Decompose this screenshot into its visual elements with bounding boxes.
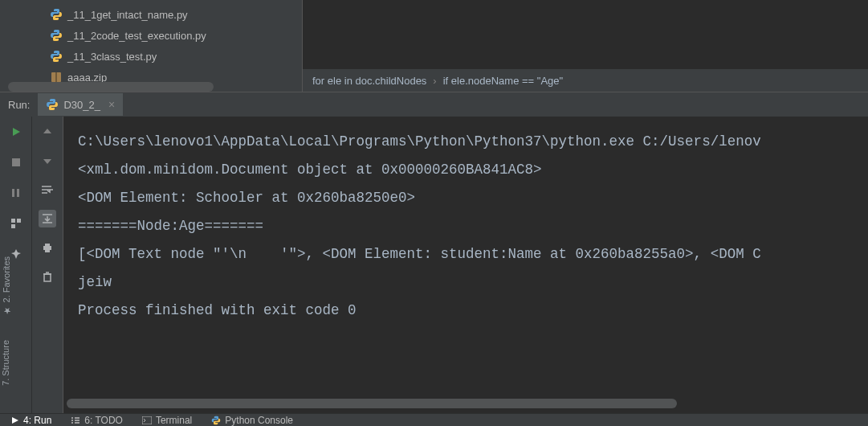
bottom-python-console-tab[interactable]: Python Console [211, 415, 293, 426]
pause-button[interactable] [7, 184, 25, 202]
console-line: <DOM Element: Schooler at 0x260ba8250e0> [78, 184, 868, 212]
list-icon [71, 416, 80, 424]
run-header: Run: D30_2_ × [0, 92, 868, 117]
svg-rect-10 [45, 250, 50, 252]
run-toolbar-secondary [32, 117, 63, 413]
bottom-run-tab[interactable]: 4: Run [11, 415, 51, 426]
console-line: jeiw [78, 268, 868, 297]
tree-item-label: _11_3class_test.py [67, 51, 157, 63]
svg-rect-4 [17, 189, 19, 197]
terminal-icon [142, 416, 152, 424]
print-button[interactable] [39, 239, 56, 256]
horizontal-scrollbar[interactable] [8, 82, 214, 92]
play-icon [11, 416, 19, 424]
run-label: Run: [0, 99, 38, 111]
close-icon[interactable]: × [108, 98, 115, 111]
python-file-icon [50, 29, 63, 42]
soft-wrap-button[interactable] [39, 181, 56, 199]
clear-button[interactable] [39, 268, 56, 285]
breadcrumb-segment[interactable]: for ele in doc.childNodes [312, 75, 426, 87]
sidebar-favorites[interactable]: ★ 2. Favorites [1, 256, 11, 316]
tree-item[interactable]: _11_2code_test_execution.py [0, 25, 301, 46]
console-output[interactable]: C:\Users\lenovo1\AppData\Local\Programs\… [63, 117, 868, 413]
tree-item-label: _11_2code_test_execution.py [67, 30, 206, 42]
console-line: Process finished with exit code 0 [78, 297, 868, 325]
breadcrumb[interactable]: for ele in doc.childNodes › if ele.nodeN… [303, 69, 868, 92]
svg-rect-6 [17, 219, 21, 223]
breadcrumb-segment[interactable]: if ele.nodeName == "Age" [443, 75, 563, 87]
python-icon [211, 416, 221, 425]
left-sidebar-stripe: ★ 2. Favorites 7. Structure [0, 209, 11, 386]
svg-rect-2 [12, 158, 20, 166]
svg-rect-8 [43, 246, 51, 250]
run-tool-window: Run: D30_2_ × [0, 92, 868, 413]
console-line: [<DOM Text node "'\n '">, <DOM Element: … [78, 240, 868, 268]
up-button[interactable] [39, 123, 56, 141]
console-line: C:\Users\lenovo1\AppData\Local\Programs\… [78, 128, 868, 156]
svg-rect-5 [11, 219, 15, 223]
editor-area[interactable]: for ele in doc.childNodes › if ele.nodeN… [302, 0, 868, 92]
bottom-todo-tab[interactable]: 6: TODO [71, 415, 123, 426]
horizontal-scrollbar[interactable] [67, 399, 677, 408]
run-tab-label: D30_2_ [63, 99, 100, 111]
svg-rect-9 [45, 244, 50, 246]
chevron-right-icon: › [433, 75, 436, 87]
project-tree[interactable]: _11_1get_intact_name.py _11_2code_test_e… [0, 0, 301, 92]
svg-rect-7 [11, 224, 15, 228]
down-button[interactable] [39, 152, 56, 170]
tree-item-label: _11_1get_intact_name.py [67, 9, 188, 21]
python-file-icon [50, 8, 63, 21]
console-line: =======Node:Age======= [78, 212, 868, 240]
python-file-icon [46, 98, 59, 111]
scroll-to-end-button[interactable] [39, 210, 56, 227]
run-config-tab[interactable]: D30_2_ × [38, 93, 123, 116]
bottom-tool-bar: 4: Run 6: TODO Terminal Python Console [0, 413, 868, 426]
python-file-icon [50, 50, 63, 63]
bottom-terminal-tab[interactable]: Terminal [142, 415, 192, 426]
star-icon: ★ [1, 305, 11, 316]
stop-button[interactable] [7, 154, 25, 171]
sidebar-structure[interactable]: 7. Structure [1, 340, 10, 386]
rerun-button[interactable] [7, 123, 25, 141]
svg-rect-3 [12, 189, 14, 197]
svg-rect-11 [44, 274, 51, 281]
tree-item[interactable]: _11_1get_intact_name.py [0, 4, 301, 25]
tree-item[interactable]: _11_3class_test.py [0, 46, 301, 67]
console-line: <xml.dom.minidom.Document object at 0x00… [78, 156, 868, 184]
svg-rect-1 [55, 72, 57, 82]
svg-rect-12 [142, 416, 152, 424]
